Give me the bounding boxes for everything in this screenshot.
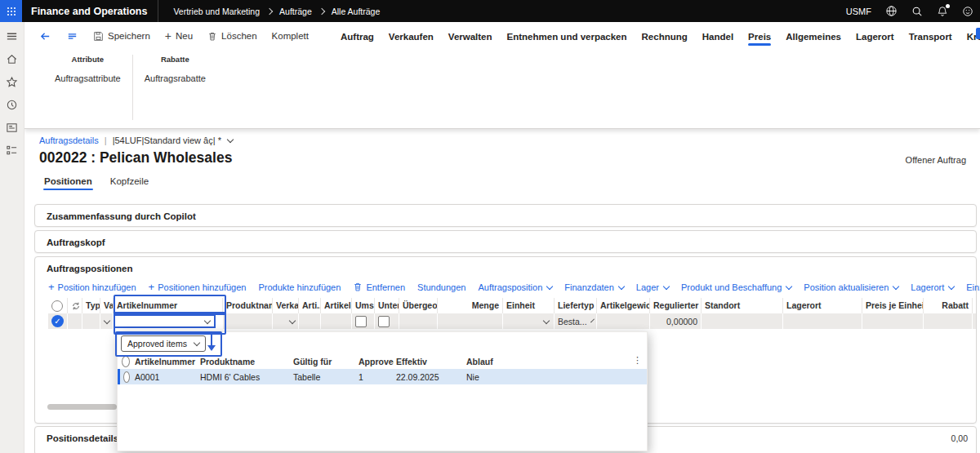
- row-selected-icon[interactable]: ✓: [51, 315, 64, 327]
- lines-toolbar-positionen-hinzufügen[interactable]: +Positionen hinzufügen: [149, 282, 247, 292]
- lookup-col-artikelnummer[interactable]: Artikelnummer: [132, 357, 198, 366]
- lines-toolbar-lagerort[interactable]: Lagerort: [911, 282, 954, 292]
- grid-col-header-Preis je Einheit[interactable]: Preis je Einheit: [862, 298, 924, 313]
- chevron-down-icon[interactable]: [204, 317, 211, 323]
- grid-col-header-Rabatt[interactable]: Rabatt: [924, 298, 973, 313]
- ribbon-tab-verkaufen[interactable]: Verkaufen: [381, 25, 441, 47]
- command-löschen[interactable]: Löschen: [207, 31, 256, 42]
- search-icon[interactable]: [911, 6, 923, 17]
- app-launcher-icon[interactable]: [0, 0, 22, 22]
- grid-cell-Liefertyp[interactable]: Besta...: [555, 313, 597, 330]
- grid-col-header-Lagerort[interactable]: Lagerort: [783, 298, 862, 313]
- ribbon-group-item[interactable]: Auftragsrabatte: [145, 73, 206, 83]
- lookup-select-all[interactable]: [118, 356, 132, 367]
- grid-col-header-Unter...[interactable]: Unter...: [375, 298, 399, 313]
- app-title[interactable]: Finance and Operations: [31, 6, 147, 17]
- lines-toolbar-einzelhandel[interactable]: Einzelhandel: [966, 282, 980, 292]
- lookup-col-produktname[interactable]: Produktname: [198, 357, 291, 366]
- grid-col-header-Artikelg...[interactable]: Artikelg...: [321, 298, 352, 313]
- section-order-header[interactable]: Auftragskopf: [34, 230, 977, 253]
- grid-col-header-Einheit[interactable]: Einheit: [503, 298, 555, 313]
- lookup-col-ablauf[interactable]: Ablauf: [464, 357, 532, 366]
- hamburger-icon[interactable]: [6, 29, 19, 42]
- lines-toolbar-lager[interactable]: Lager: [636, 282, 669, 292]
- grid-col-header-Typ[interactable]: Typ: [82, 298, 100, 313]
- grid-cell-Verka...[interactable]: [273, 313, 299, 330]
- grid-col-header-Regulierter Pre...[interactable]: Regulierter Pre...: [650, 298, 702, 313]
- ribbon-group-item[interactable]: Auftragsattribute: [55, 73, 121, 83]
- command-neu[interactable]: +Neu: [165, 31, 193, 41]
- grid-col-header-Menge[interactable]: Menge: [438, 298, 503, 313]
- company-picker[interactable]: USMF: [846, 7, 871, 16]
- grid-cell-Artikelnummer[interactable]: [114, 313, 223, 330]
- grid-col-header-Verka...[interactable]: Verka...: [273, 298, 299, 313]
- section-title[interactable]: Auftragskopf: [35, 231, 976, 247]
- grid-col-header-Artikelgewicht ...[interactable]: Artikelgewicht ...: [597, 298, 650, 313]
- lookup-col-effektiv[interactable]: Effektiv: [394, 357, 464, 366]
- grid-cell-select[interactable]: ✓: [48, 313, 68, 330]
- environment-icon[interactable]: [885, 5, 898, 17]
- grid-col-header-Arti...[interactable]: Arti...: [299, 298, 321, 313]
- sync-icon[interactable]: [71, 301, 81, 311]
- lines-toolbar-position-hinzufügen[interactable]: +Position hinzufügen: [48, 282, 136, 292]
- ribbon-tab-entnehmen-und-verpacken[interactable]: Entnehmen und verpacken: [500, 25, 635, 47]
- collapse-pane-icon[interactable]: [66, 30, 78, 42]
- grid-col-header-Artikelnummer[interactable]: Artikelnummer: [114, 298, 223, 313]
- topbar-breadcrumb-item[interactable]: Alle Aufträge: [332, 7, 381, 16]
- grid-cell-Ums...[interactable]: [352, 313, 375, 330]
- ribbon-tab-handel[interactable]: Handel: [695, 25, 741, 47]
- radio-icon[interactable]: [123, 371, 130, 383]
- grid-cell-Unter...[interactable]: [375, 313, 399, 330]
- ribbon-tab-verwalten[interactable]: Verwalten: [441, 25, 500, 47]
- lines-toolbar-position-aktualisieren[interactable]: Position aktualisieren: [804, 282, 898, 292]
- lines-toolbar-stundungen[interactable]: Stundungen: [417, 282, 466, 292]
- ribbon-tab-rechnung[interactable]: Rechnung: [635, 25, 695, 47]
- horizontal-scrollbar[interactable]: [47, 404, 117, 410]
- lines-toolbar-produkt-und-beschaffung[interactable]: Produkt und Beschaffung: [681, 282, 791, 292]
- record-breadcrumb-link[interactable]: Auftragsdetails: [39, 135, 99, 145]
- lookup-row-radio[interactable]: [120, 371, 132, 383]
- favorites-star-icon[interactable]: [6, 75, 19, 88]
- grid-row[interactable]: ✓Besta...0,00000: [48, 313, 976, 330]
- section-title[interactable]: Auftragspositionen: [35, 257, 976, 273]
- workspaces-icon[interactable]: [6, 121, 19, 134]
- page-tab-kopfzeile[interactable]: Kopfzeile: [105, 173, 154, 191]
- side-panel-handle[interactable]: [976, 28, 980, 39]
- lines-toolbar-finanzdaten[interactable]: Finanzdaten: [564, 282, 624, 292]
- grid-col-header-Va...[interactable]: Va...: [100, 298, 114, 313]
- ribbon-tab-transport[interactable]: Transport: [902, 25, 960, 47]
- grid-col-header-R...[interactable]: R...: [973, 298, 976, 313]
- feedback-icon[interactable]: [962, 6, 973, 17]
- grid-cell-Einheit[interactable]: [503, 313, 555, 330]
- select-all-icon[interactable]: [51, 300, 63, 312]
- topbar-breadcrumb-item[interactable]: Vertrieb und Marketing: [173, 7, 260, 16]
- modules-list-icon[interactable]: [6, 144, 19, 157]
- section-copilot-summary[interactable]: Zusammenfassung durch Copilot: [34, 204, 977, 227]
- ribbon-tab-preis[interactable]: Preis: [741, 25, 778, 47]
- grid-col-header-Übergeordn...[interactable]: Übergeordn...: [399, 298, 438, 313]
- ribbon-tab-allgemeines[interactable]: Allgemeines: [778, 25, 849, 47]
- view-selector[interactable]: |54LUF|Standard view âç| *: [113, 135, 233, 145]
- notifications-icon[interactable]: [937, 6, 948, 17]
- recent-clock-icon[interactable]: [6, 98, 19, 111]
- radio-icon[interactable]: [122, 356, 130, 367]
- command-speichern[interactable]: Speichern: [93, 31, 150, 42]
- checkbox-icon[interactable]: [378, 316, 390, 327]
- grid-col-header-Liefertyp[interactable]: Liefertyp: [555, 298, 597, 313]
- lookup-more-kebab-icon[interactable]: ⋮: [633, 355, 642, 366]
- lines-toolbar-entfernen[interactable]: Entfernen: [353, 282, 405, 292]
- ribbon-tab-auftrag[interactable]: Auftrag: [333, 25, 381, 47]
- lookup-col-gültig-für[interactable]: Gültig für: [291, 357, 356, 366]
- home-icon[interactable]: [6, 52, 19, 65]
- ribbon-tab-lagerort[interactable]: Lagerort: [849, 25, 902, 47]
- grid-col-header-Ums...[interactable]: Ums...: [352, 298, 375, 313]
- page-tab-positionen[interactable]: Positionen: [39, 173, 97, 191]
- grid-col-header-Standort[interactable]: Standort: [702, 298, 783, 313]
- back-icon[interactable]: [39, 30, 51, 42]
- grid-col-header-sync[interactable]: [68, 298, 82, 313]
- grid-col-header-select[interactable]: [48, 298, 68, 313]
- lookup-col-approved-item-[interactable]: Approved item...: [356, 357, 394, 366]
- lookup-row[interactable]: A0001HDMI 6' CablesTabelle122.09.2025Nie: [118, 369, 647, 384]
- topbar-breadcrumb-item[interactable]: Aufträge: [279, 7, 312, 16]
- lines-toolbar-produkte-hinzufügen[interactable]: Produkte hinzufügen: [258, 282, 341, 292]
